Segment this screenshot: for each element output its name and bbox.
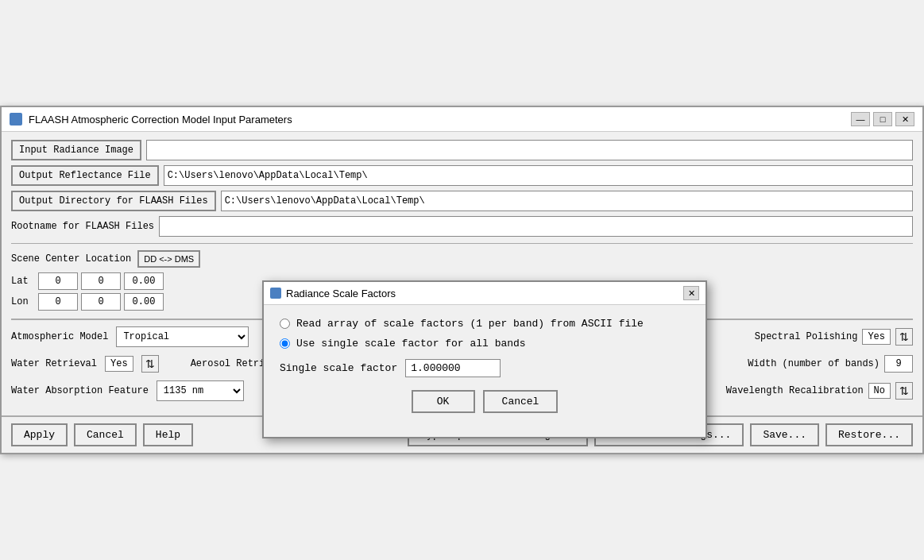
lon-row: Lon xyxy=(11,293,249,311)
lat-sec-input[interactable] xyxy=(124,272,164,290)
radio-ascii-file[interactable] xyxy=(280,319,290,329)
input-radiance-field[interactable] xyxy=(146,140,913,160)
input-radiance-button[interactable]: Input Radiance Image xyxy=(11,140,141,160)
spectral-polishing-label: Spectral Polishing xyxy=(755,331,858,342)
minimize-button[interactable]: — xyxy=(851,112,870,126)
lat-deg-input[interactable] xyxy=(38,272,78,290)
lat-row: Lat xyxy=(11,272,249,290)
dd-dms-button[interactable]: DD <-> DMS xyxy=(137,250,200,268)
cancel-button[interactable]: Cancel xyxy=(74,423,137,446)
lon-sec-input[interactable] xyxy=(124,293,164,311)
water-retrieval-toggle[interactable]: ⇅ xyxy=(141,355,159,373)
modal-dialog: Radiance Scale Factors ✕ Read array of s… xyxy=(262,280,707,438)
scale-factor-row: Single scale factor xyxy=(280,359,690,377)
title-bar: FLAASH Atmospheric Correction Model Inpu… xyxy=(2,107,922,132)
output-directory-button[interactable]: Output Directory for FLAASH Files xyxy=(11,191,216,211)
scene-center-row: Scene Center Location DD <-> DMS xyxy=(11,250,249,268)
restore-button[interactable]: Restore... xyxy=(825,423,913,446)
spectral-polishing-toggle[interactable]: ⇅ xyxy=(895,328,913,346)
maximize-button[interactable]: □ xyxy=(873,112,892,126)
modal-close-button[interactable]: ✕ xyxy=(683,286,699,300)
water-retrieval-label: Water Retrieval xyxy=(11,358,97,369)
lon-label: Lon xyxy=(11,296,35,307)
lat-min-input[interactable] xyxy=(81,272,121,290)
modal-icon xyxy=(270,288,281,299)
atm-model-select[interactable]: Tropical Mid-Latitude Summer Mid-Latitud… xyxy=(116,326,249,347)
window-title: FLAASH Atmospheric Correction Model Inpu… xyxy=(29,114,845,126)
scale-factor-input[interactable] xyxy=(405,359,501,377)
modal-ok-button[interactable]: OK xyxy=(412,390,475,413)
wavelength-recal-toggle[interactable]: ⇅ xyxy=(895,382,913,400)
wavelength-recal-label: Wavelength Recalibration xyxy=(726,385,864,396)
scale-factor-label: Single scale factor xyxy=(280,362,397,374)
radio-row-2: Use single scale factor for all bands xyxy=(280,338,690,350)
width-input[interactable] xyxy=(884,355,913,373)
spectral-polishing-value: Yes xyxy=(862,329,891,345)
modal-title-bar: Radiance Scale Factors ✕ xyxy=(264,282,706,305)
output-reflectance-field[interactable] xyxy=(164,165,913,186)
help-button[interactable]: Help xyxy=(143,423,193,446)
modal-body: Read array of scale factors (1 per band)… xyxy=(264,305,706,437)
divider-1 xyxy=(11,243,913,244)
radio-ascii-label: Read array of scale factors (1 per band)… xyxy=(296,318,644,330)
lon-deg-input[interactable] xyxy=(38,293,78,311)
apply-button[interactable]: Apply xyxy=(11,423,68,446)
output-reflectance-button[interactable]: Output Reflectance File xyxy=(11,165,159,186)
modal-title: Radiance Scale Factors xyxy=(286,288,679,299)
output-directory-field[interactable] xyxy=(221,191,913,211)
modal-footer: OK Cancel xyxy=(280,390,690,424)
input-radiance-row: Input Radiance Image xyxy=(11,140,913,160)
rootname-row: Rootname for FLAASH Files xyxy=(11,216,913,237)
modal-cancel-button[interactable]: Cancel xyxy=(483,390,559,413)
width-label: Width (number of bands) xyxy=(748,358,880,369)
wavelength-recal-value: No xyxy=(868,383,891,399)
scene-center-label: Scene Center Location xyxy=(11,253,131,265)
radio-single-scale[interactable] xyxy=(280,338,290,349)
water-absorption-select[interactable]: 1135 nm 820 nm xyxy=(157,380,244,401)
radio-row-1: Read array of scale factors (1 per band)… xyxy=(280,318,690,330)
window-controls: — □ ✕ xyxy=(851,112,914,126)
lon-min-input[interactable] xyxy=(81,293,121,311)
output-directory-row: Output Directory for FLAASH Files xyxy=(11,191,913,211)
water-absorption-label: Water Absorption Feature xyxy=(11,385,149,396)
atm-model-label: Atmospheric Model xyxy=(11,331,108,342)
rootname-label: Rootname for FLAASH Files xyxy=(11,218,154,235)
output-reflectance-row: Output Reflectance File xyxy=(11,165,913,186)
app-icon xyxy=(10,113,22,126)
left-panel: Scene Center Location DD <-> DMS Lat Lon xyxy=(11,250,249,314)
save-button[interactable]: Save... xyxy=(750,423,819,446)
radio-single-label: Use single scale factor for all bands xyxy=(296,338,526,350)
water-retrieval-value: Yes xyxy=(105,356,133,372)
close-button[interactable]: ✕ xyxy=(895,112,914,126)
lat-label: Lat xyxy=(11,276,35,287)
rootname-field[interactable] xyxy=(159,216,913,237)
